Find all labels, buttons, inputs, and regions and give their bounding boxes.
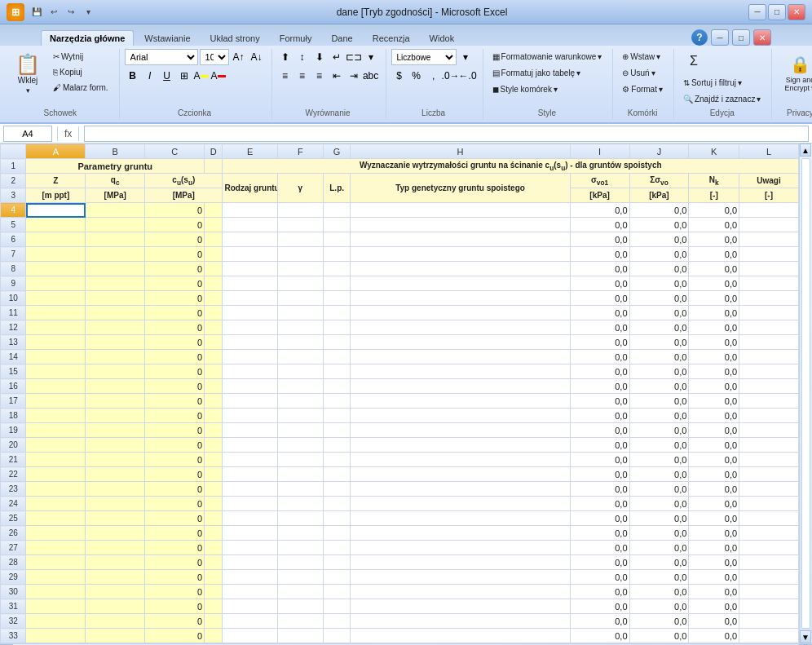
cell-h21[interactable] bbox=[351, 453, 570, 467]
cell-c18[interactable]: 0 bbox=[145, 409, 205, 423]
cell-h29[interactable] bbox=[351, 570, 570, 585]
sign-encrypt-btn[interactable]: 🔒 Sign and Encrypt ▾ bbox=[777, 49, 812, 98]
tab-widok[interactable]: Widok bbox=[421, 30, 464, 46]
cell-i15[interactable]: 0,0 bbox=[570, 364, 629, 379]
cell-b28[interactable] bbox=[86, 555, 145, 570]
cell-g15[interactable] bbox=[323, 364, 351, 379]
cell-k6[interactable]: 0,0 bbox=[689, 232, 739, 247]
cell-i24[interactable]: 0,0 bbox=[570, 497, 629, 511]
italic-button[interactable]: I bbox=[142, 68, 158, 84]
sort-dropdown[interactable]: ▾ bbox=[738, 78, 742, 87]
cell-e15[interactable] bbox=[223, 364, 277, 379]
cell-k10[interactable]: 0,0 bbox=[689, 291, 739, 306]
cell-j17[interactable]: 0,0 bbox=[629, 394, 689, 409]
cell-c8[interactable]: 0 bbox=[145, 262, 205, 276]
cell-j18[interactable]: 0,0 bbox=[629, 409, 689, 423]
cell-styles-btn[interactable]: ◼ Style komórek ▾ bbox=[488, 82, 562, 96]
cell-k9[interactable]: 0,0 bbox=[689, 276, 739, 291]
underline-button[interactable]: U bbox=[159, 68, 175, 84]
cell-b12[interactable] bbox=[86, 320, 145, 335]
cell-a19[interactable] bbox=[26, 423, 86, 438]
cell-d30[interactable] bbox=[205, 585, 223, 599]
cell-j27[interactable]: 0,0 bbox=[629, 541, 689, 555]
tab-uklad[interactable]: Układ strony bbox=[201, 30, 269, 46]
cell-d13[interactable] bbox=[205, 335, 223, 350]
cell-l7[interactable] bbox=[739, 247, 799, 262]
cell-c19[interactable]: 0 bbox=[145, 423, 205, 438]
col-header-k[interactable]: K bbox=[689, 144, 739, 159]
cell-b15[interactable] bbox=[86, 364, 145, 379]
cell-k8[interactable]: 0,0 bbox=[689, 262, 739, 276]
cell-a29[interactable] bbox=[26, 570, 86, 585]
cell-h4[interactable] bbox=[351, 203, 570, 218]
cell-k4[interactable]: 0,0 bbox=[689, 203, 739, 218]
cell-h18[interactable] bbox=[351, 409, 570, 423]
wrap-text-btn[interactable]: ↵ bbox=[329, 49, 345, 65]
cell-l13[interactable] bbox=[739, 335, 799, 350]
col-header-h[interactable]: H bbox=[351, 144, 570, 159]
cell-h16[interactable] bbox=[351, 379, 570, 394]
cell-g24[interactable] bbox=[323, 497, 351, 511]
cell-a6[interactable] bbox=[26, 232, 86, 247]
col-header-j[interactable]: J bbox=[629, 144, 689, 159]
scroll-thumb[interactable] bbox=[801, 158, 810, 629]
cell-k31[interactable]: 0,0 bbox=[689, 599, 739, 614]
cell-j15[interactable]: 0,0 bbox=[629, 364, 689, 379]
cell-f14[interactable] bbox=[277, 350, 323, 364]
cell-g20[interactable] bbox=[323, 438, 351, 453]
cell-e19[interactable] bbox=[223, 423, 277, 438]
thousand-separator-btn[interactable]: , bbox=[426, 68, 442, 84]
cell-g31[interactable] bbox=[323, 599, 351, 614]
cell-b27[interactable] bbox=[86, 541, 145, 555]
cell-g12[interactable] bbox=[323, 320, 351, 335]
cell-l11[interactable] bbox=[739, 306, 799, 320]
cell-b8[interactable] bbox=[86, 262, 145, 276]
cell-a18[interactable] bbox=[26, 409, 86, 423]
cell-c20[interactable]: 0 bbox=[145, 438, 205, 453]
align-middle-btn[interactable]: ↕ bbox=[294, 49, 311, 65]
cell-d22[interactable] bbox=[205, 467, 223, 482]
cell-g8[interactable] bbox=[323, 262, 351, 276]
cell-f21[interactable] bbox=[277, 453, 323, 467]
cell-b10[interactable] bbox=[86, 291, 145, 306]
cell-k32[interactable]: 0,0 bbox=[689, 614, 739, 629]
cell-a12[interactable] bbox=[26, 320, 86, 335]
help-btn[interactable]: ? bbox=[691, 29, 708, 46]
cell-k25[interactable]: 0,0 bbox=[689, 511, 739, 526]
cell-f4[interactable] bbox=[277, 203, 323, 218]
cell-i21[interactable]: 0,0 bbox=[570, 453, 629, 467]
font-color-button[interactable]: A bbox=[210, 68, 227, 84]
merge-btn[interactable]: ⊏⊐ bbox=[346, 49, 362, 65]
cell-f11[interactable] bbox=[277, 306, 323, 320]
cell-h14[interactable] bbox=[351, 350, 570, 364]
cell-d10[interactable] bbox=[205, 291, 223, 306]
cell-i23[interactable]: 0,0 bbox=[570, 482, 629, 497]
grid-container[interactable]: A B C D E F G H I J K L bbox=[0, 144, 799, 643]
cell-g18[interactable] bbox=[323, 409, 351, 423]
cell-h32[interactable] bbox=[351, 614, 570, 629]
cell-e27[interactable] bbox=[223, 541, 277, 555]
cell-h27[interactable] bbox=[351, 541, 570, 555]
cell-a16[interactable] bbox=[26, 379, 86, 394]
cell-e13[interactable] bbox=[223, 335, 277, 350]
formula-input[interactable] bbox=[84, 126, 809, 142]
cell-b9[interactable] bbox=[86, 276, 145, 291]
tab-formuly[interactable]: Formuły bbox=[271, 30, 321, 46]
cell-g29[interactable] bbox=[323, 570, 351, 585]
insert-cells-btn[interactable]: ⊕ Wstaw ▾ bbox=[618, 49, 664, 64]
cell-k33[interactable]: 0,0 bbox=[689, 629, 739, 643]
cell-h9[interactable] bbox=[351, 276, 570, 291]
quick-redo-btn[interactable]: ↪ bbox=[64, 6, 78, 19]
cell-c27[interactable]: 0 bbox=[145, 541, 205, 555]
cell-c23[interactable]: 0 bbox=[145, 482, 205, 497]
cell-g16[interactable] bbox=[323, 379, 351, 394]
quick-dropdown-btn[interactable]: ▾ bbox=[81, 6, 95, 19]
align-bottom-btn[interactable]: ⬇ bbox=[311, 49, 328, 65]
cell-j14[interactable]: 0,0 bbox=[629, 350, 689, 364]
cell-c22[interactable]: 0 bbox=[145, 467, 205, 482]
cell-i33[interactable]: 0,0 bbox=[570, 629, 629, 643]
cell-i29[interactable]: 0,0 bbox=[570, 570, 629, 585]
cell-i25[interactable]: 0,0 bbox=[570, 511, 629, 526]
cell-l25[interactable] bbox=[739, 511, 799, 526]
cell-e24[interactable] bbox=[223, 497, 277, 511]
